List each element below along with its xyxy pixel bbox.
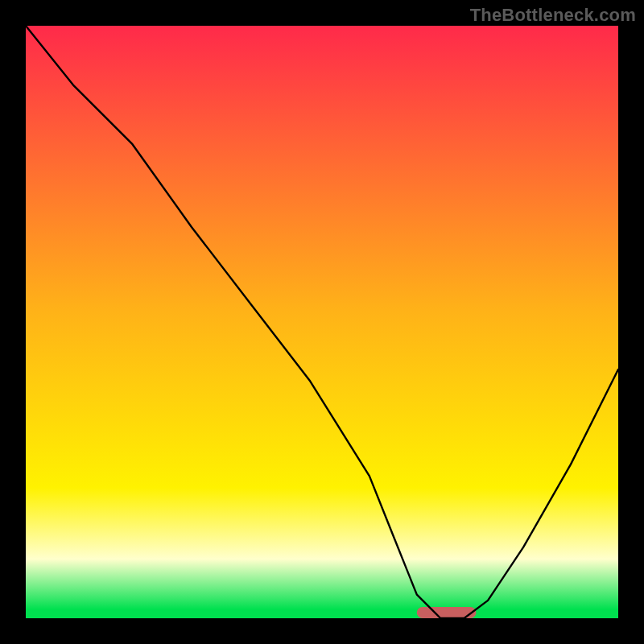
green-baseline <box>26 609 618 617</box>
bottleneck-plot <box>0 0 644 644</box>
chart-frame: TheBottleneck.com <box>0 0 644 644</box>
gradient-plot-area <box>26 26 618 618</box>
watermark-text: TheBottleneck.com <box>470 5 636 26</box>
